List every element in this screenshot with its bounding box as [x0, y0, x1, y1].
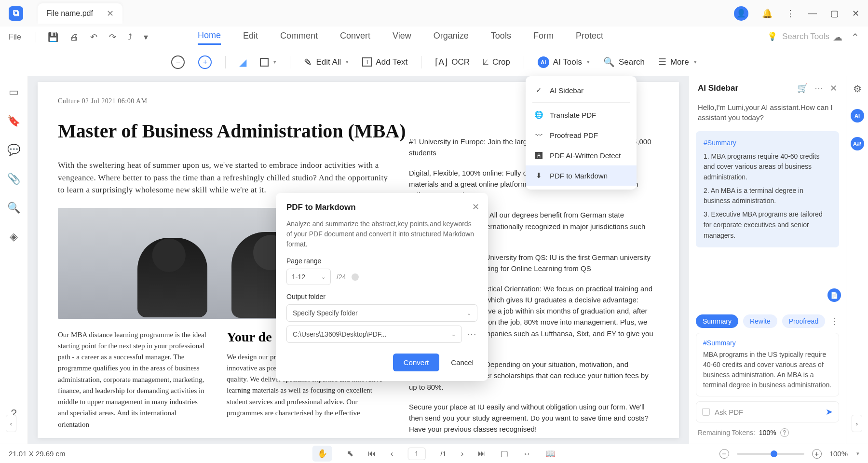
search-button[interactable]: 🔍Search	[603, 56, 645, 68]
collapse-left-rail[interactable]: ‹	[6, 415, 16, 432]
file-menu[interactable]: File	[9, 33, 21, 41]
ai-badge-icon[interactable]: AI	[851, 109, 864, 123]
more-options-icon[interactable]: ⋯	[467, 328, 477, 340]
read-mode-icon[interactable]: 📖	[545, 449, 556, 459]
attachments-icon[interactable]: 📎	[7, 173, 20, 185]
ai-menu-markdown[interactable]: ⬇PDF to Markdown	[526, 165, 637, 186]
output-folder-label: Output folder	[286, 293, 477, 300]
ai-greeting: Hello,I'm Lumi,your AI assistant.How can…	[689, 100, 846, 129]
more-icon[interactable]: ⋯	[814, 83, 823, 94]
modal-title: PDF to Markdown	[286, 203, 477, 212]
cart-icon[interactable]: 🛒	[797, 83, 808, 94]
pill-summary[interactable]: Summary	[696, 314, 738, 328]
minimize-icon[interactable]: —	[808, 8, 817, 18]
fit-width-icon[interactable]: ↔	[523, 449, 531, 459]
menu-tools[interactable]: Tools	[491, 31, 511, 44]
chevron-down-icon: ⌄	[467, 310, 471, 316]
pills-more-icon[interactable]: ⋮	[830, 316, 841, 327]
menu-convert[interactable]: Convert	[340, 31, 370, 44]
cloud-upload-icon[interactable]: ☁	[833, 31, 842, 43]
undo-icon[interactable]: ↶	[90, 32, 97, 42]
collapse-ribbon-icon[interactable]: ⌃	[851, 31, 859, 43]
menu-protect[interactable]: Protect	[576, 31, 603, 44]
slider-thumb[interactable]	[771, 450, 777, 457]
chevron-down-icon[interactable]: ▾	[144, 32, 148, 42]
floating-doc-icon[interactable]: 📄	[827, 288, 841, 302]
ask-checkbox[interactable]	[702, 408, 710, 416]
settings-icon[interactable]: ⚙	[853, 83, 862, 95]
output-path-select[interactable]: C:\Users\13609\Desktop\PDF...⌄	[286, 326, 462, 343]
output-mode-select[interactable]: Specify Specify folder⌄	[286, 304, 477, 322]
user-avatar-icon[interactable]: 👤	[734, 6, 748, 21]
menu-edit[interactable]: Edit	[243, 31, 258, 44]
modal-close-icon[interactable]: ✕	[472, 202, 479, 212]
menu-view[interactable]: View	[393, 31, 411, 44]
prev-page-icon[interactable]: ‹	[391, 449, 393, 459]
layers-icon[interactable]: ◈	[10, 231, 18, 243]
last-page-icon[interactable]: ⏭	[478, 449, 486, 459]
next-page-icon[interactable]: ›	[461, 449, 464, 459]
first-page-icon[interactable]: ⏮	[368, 449, 376, 459]
edit-all-label: Edit All	[316, 57, 341, 67]
ai-sidebar-panel: AI Sidebar 🛒 ⋯ ✕ Hello,I'm Lumi,your AI …	[689, 76, 846, 444]
zoom-slider[interactable]	[737, 453, 804, 455]
ai-action-pills: Summary Rewite Proofread ⋮	[689, 314, 846, 328]
print-icon[interactable]: 🖨	[70, 32, 79, 42]
menu-comment[interactable]: Comment	[280, 31, 318, 44]
info-icon[interactable]: ?	[780, 428, 789, 437]
bookmarks-icon[interactable]: 🔖	[7, 115, 20, 127]
ask-pdf-input[interactable]: Ask PDF ➤	[696, 401, 839, 422]
close-sidebar-icon[interactable]: ✕	[830, 83, 837, 94]
pill-rewrite[interactable]: Rewite	[743, 314, 777, 328]
zoom-in-button[interactable]: +	[198, 55, 212, 69]
more-label: More	[670, 57, 689, 67]
ai-menu-detect[interactable]: 🅰PDF AI-Written Detect	[526, 145, 637, 165]
share-icon[interactable]: ⤴	[128, 32, 132, 42]
pill-proofread[interactable]: Proofread	[782, 314, 825, 328]
crop-button[interactable]: ⟀Crop	[483, 57, 510, 67]
document-tab[interactable]: File name.pdf ✕	[38, 3, 122, 24]
page-range-select[interactable]: 1-12⌄	[286, 269, 331, 285]
ai-menu-sidebar[interactable]: ✓AI Sidebar	[526, 80, 637, 100]
edit-all-button[interactable]: ✎Edit All▾	[304, 56, 349, 68]
zoom-in-icon[interactable]: +	[812, 449, 822, 459]
ocr-button[interactable]: ⌈A⌋OCR	[435, 57, 470, 68]
kebab-icon[interactable]: ⋮	[786, 8, 795, 19]
close-window-icon[interactable]: ✕	[852, 8, 859, 19]
ai-tools-button[interactable]: AIAI Tools▾	[538, 56, 590, 68]
search-tools[interactable]: 💡 Search Tools	[767, 31, 829, 41]
fit-page-icon[interactable]: ▢	[501, 449, 508, 459]
ai-menu-proofread[interactable]: 〰Proofread PDF	[526, 125, 637, 145]
convert-button[interactable]: Convert	[393, 354, 440, 371]
comments-icon[interactable]: 💬	[7, 144, 20, 156]
zoom-chevron-icon[interactable]: ▾	[856, 450, 859, 457]
save-icon[interactable]: 💾	[48, 32, 58, 42]
zoom-out-icon[interactable]: −	[719, 449, 729, 459]
thumbnails-icon[interactable]: ▭	[9, 86, 19, 98]
more-button[interactable]: ☰More▾	[658, 56, 697, 68]
doc-left-column: Our MBA distance learning programme is t…	[58, 329, 207, 430]
area-button[interactable]: ▾	[260, 58, 276, 67]
close-icon[interactable]: ✕	[107, 8, 114, 19]
add-text-button[interactable]: TAdd Text	[362, 57, 407, 67]
ai-menu-translate[interactable]: 🌐Translate PDF	[526, 105, 637, 125]
menu-form[interactable]: Form	[533, 31, 554, 44]
page-number-input[interactable]: 1	[407, 448, 426, 460]
menu-organize[interactable]: Organize	[434, 31, 469, 44]
highlighter-button[interactable]: ◢	[239, 56, 246, 68]
redo-icon[interactable]: ↷	[109, 32, 116, 42]
doc-intro: With the sweltering heat of summer upon …	[58, 159, 391, 196]
translate-badge-icon[interactable]: A⇄	[851, 137, 864, 150]
cancel-button[interactable]: Cancel	[447, 354, 477, 371]
search-panel-icon[interactable]: 🔍	[7, 202, 20, 214]
select-tool-icon[interactable]: ⬉	[347, 449, 353, 459]
maximize-icon[interactable]: ▢	[830, 8, 839, 19]
menu-home[interactable]: Home	[198, 30, 221, 45]
radio-unselected[interactable]	[352, 273, 359, 281]
bell-icon[interactable]: 🔔	[762, 8, 773, 19]
zoom-out-button[interactable]: −	[171, 55, 185, 69]
pdf-to-markdown-modal: PDF to Markdown ✕ Analyze and summarize …	[276, 193, 488, 381]
send-icon[interactable]: ➤	[826, 407, 833, 417]
hand-tool-icon[interactable]: ✋	[312, 446, 332, 462]
expand-right-rail[interactable]: ›	[852, 415, 862, 432]
